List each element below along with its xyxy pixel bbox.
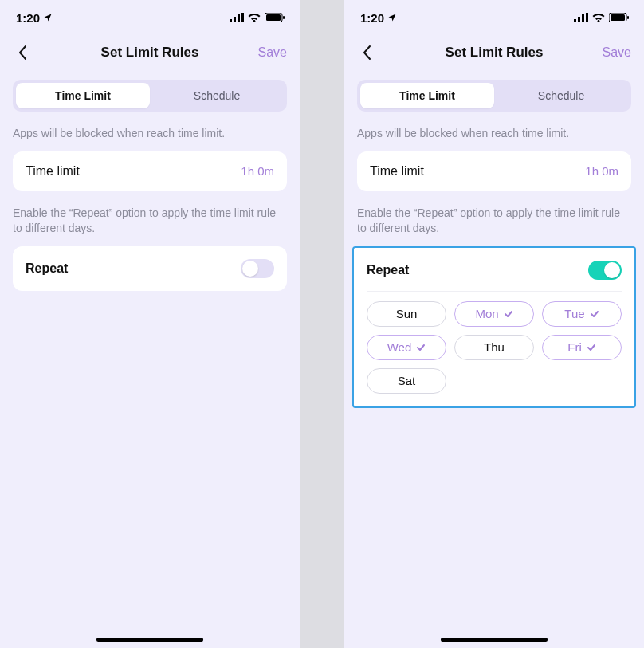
chevron-left-icon [18, 45, 27, 61]
day-label: Mon [475, 307, 498, 320]
help-text-repeat: Enable the “Repeat” option to apply the … [0, 191, 300, 246]
location-arrow-icon [43, 11, 53, 25]
nav-header: Set Limit Rules Save [344, 35, 644, 70]
tab-schedule[interactable]: Schedule [150, 83, 284, 108]
day-pill-thu[interactable]: Thu [454, 335, 534, 360]
time-limit-value: 1h 0m [585, 164, 618, 178]
segmented-control: Time Limit Schedule [13, 80, 287, 112]
home-indicator[interactable] [96, 638, 203, 642]
svg-rect-7 [574, 19, 576, 22]
status-bar: 1:20 [344, 0, 644, 35]
screen-gap [300, 0, 344, 648]
battery-icon [609, 11, 630, 25]
back-button[interactable] [357, 43, 376, 62]
toggle-knob [242, 261, 258, 277]
check-icon [590, 309, 599, 319]
home-indicator[interactable] [441, 638, 548, 642]
svg-rect-13 [627, 16, 629, 19]
divider [367, 291, 622, 292]
svg-rect-10 [586, 13, 588, 22]
page-title: Set Limit Rules [0, 45, 300, 61]
help-text-repeat: Enable the “Repeat” option to apply the … [344, 191, 644, 246]
svg-rect-2 [238, 14, 240, 22]
tab-time-limit[interactable]: Time Limit [360, 83, 494, 108]
chevron-left-icon [362, 45, 371, 61]
day-label: Fri [567, 340, 582, 354]
repeat-label: Repeat [26, 261, 68, 276]
days-list: Sun Mon Tue Wed Thu Fri Sat [367, 301, 622, 394]
save-button[interactable]: Save [258, 45, 287, 60]
tab-time-limit[interactable]: Time Limit [16, 83, 150, 108]
day-pill-mon[interactable]: Mon [454, 301, 534, 327]
screen-left: 1:20 Set Limit Rules Save Time Limit Sch… [0, 0, 300, 648]
day-label: Thu [484, 340, 505, 354]
time-limit-value: 1h 0m [241, 164, 274, 178]
screen-right: 1:20 Set Limit Rules Save Time Limit Sch… [344, 0, 644, 648]
status-time: 1:20 [360, 11, 384, 25]
location-arrow-icon [387, 11, 397, 25]
nav-header: Set Limit Rules Save [0, 35, 300, 70]
wifi-icon [592, 11, 605, 25]
check-icon [587, 343, 596, 352]
page-title: Set Limit Rules [344, 45, 644, 61]
time-limit-label: Time limit [26, 164, 80, 179]
svg-rect-3 [242, 13, 244, 22]
battery-icon [265, 11, 285, 25]
svg-rect-12 [611, 14, 625, 21]
back-button[interactable] [13, 43, 32, 62]
svg-rect-1 [234, 17, 236, 22]
svg-rect-5 [266, 14, 281, 21]
day-pill-fri[interactable]: Fri [542, 335, 622, 360]
day-pill-sat[interactable]: Sat [367, 368, 446, 394]
day-label: Tue [564, 307, 584, 320]
check-icon [504, 309, 513, 319]
segmented-control: Time Limit Schedule [357, 80, 631, 112]
tab-schedule[interactable]: Schedule [494, 83, 628, 108]
day-label: Wed [387, 340, 412, 354]
svg-rect-9 [582, 14, 584, 22]
cellular-signal-icon [230, 11, 244, 25]
time-limit-label: Time limit [370, 164, 424, 179]
time-limit-card[interactable]: Time limit 1h 0m [357, 151, 631, 191]
day-label: Sat [398, 374, 416, 387]
check-icon [416, 343, 426, 352]
day-pill-wed[interactable]: Wed [367, 335, 446, 360]
time-limit-card[interactable]: Time limit 1h 0m [13, 151, 287, 191]
svg-rect-8 [578, 17, 580, 22]
cellular-signal-icon [574, 11, 588, 25]
help-text-blocked: Apps will be blocked when reach time lim… [0, 112, 300, 151]
day-pill-tue[interactable]: Tue [542, 301, 622, 327]
help-text-blocked: Apps will be blocked when reach time lim… [344, 112, 644, 151]
repeat-card: Repeat [13, 246, 287, 291]
status-bar: 1:20 [0, 0, 300, 35]
svg-rect-0 [230, 19, 232, 22]
svg-rect-6 [283, 16, 285, 19]
day-label: Sun [396, 307, 418, 320]
repeat-label: Repeat [367, 263, 409, 277]
repeat-toggle[interactable] [588, 261, 622, 280]
status-time: 1:20 [16, 11, 40, 25]
repeat-toggle[interactable] [241, 259, 274, 278]
save-button[interactable]: Save [603, 45, 631, 60]
toggle-knob [604, 262, 620, 278]
wifi-icon [248, 11, 261, 25]
day-pill-sun[interactable]: Sun [367, 301, 446, 327]
repeat-card-highlighted: Repeat Sun Mon Tue Wed Thu [352, 246, 636, 408]
